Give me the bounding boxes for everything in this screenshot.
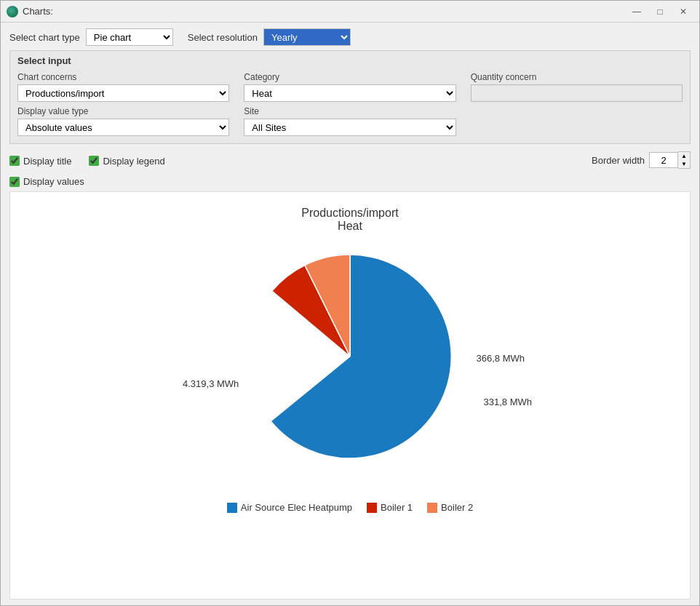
quantity-concern-input: QuantityMWh xyxy=(471,84,683,102)
title-bar: Charts: — □ ✕ xyxy=(1,1,699,23)
display-value-type-select[interactable]: Absolute values Relative values xyxy=(17,119,229,136)
display-title-item: Display title xyxy=(9,156,71,167)
chart-title-line2: Heat xyxy=(301,220,398,233)
display-legend-checkbox[interactable] xyxy=(89,156,99,166)
site-label: Site xyxy=(244,106,456,116)
display-values-checkbox[interactable] xyxy=(9,177,20,187)
chart-title: Productions/import Heat xyxy=(301,207,398,233)
display-title-label: Display title xyxy=(23,156,71,167)
chart-area: Productions/import Heat 4.319,3 MWh 366,… xyxy=(9,191,691,599)
border-width-row: Border width 2 ▲ ▼ xyxy=(592,151,691,169)
category-group: Category Heat Electricity Gas xyxy=(244,72,456,102)
legend-item-boiler2: Boiler 2 xyxy=(427,502,473,513)
maximize-button[interactable]: □ xyxy=(650,4,670,20)
app-icon xyxy=(7,6,18,17)
chart-type-select[interactable]: Pie chart Bar chart Line chart xyxy=(86,28,173,46)
pie-wrapper: 4.319,3 MWh 366,8 MWh 331,8 MWh xyxy=(168,240,532,487)
value-label-heatpump: 4.319,3 MWh xyxy=(183,378,239,389)
legend-item-heatpump: Air Source Elec Heatpump xyxy=(227,502,352,513)
border-width-input[interactable]: 2 xyxy=(649,152,678,168)
chart-title-line1: Productions/import xyxy=(301,207,398,220)
border-width-spinner: 2 ▲ ▼ xyxy=(649,151,691,169)
legend-swatch-boiler1 xyxy=(367,503,377,513)
chart-type-row: Select chart type Pie chart Bar chart Li… xyxy=(9,28,173,46)
value-label-boiler1: 331,8 MWh xyxy=(484,396,532,407)
close-button[interactable]: ✕ xyxy=(673,4,693,20)
display-values-row: Display values xyxy=(9,176,691,187)
content-area: Select chart type Pie chart Bar chart Li… xyxy=(1,23,699,605)
legend-label-heatpump: Air Source Elec Heatpump xyxy=(241,502,352,513)
display-value-type-group: Display value type Absolute values Relat… xyxy=(17,106,229,136)
legend-label-boiler1: Boiler 1 xyxy=(381,502,413,513)
border-width-label: Border width xyxy=(592,155,645,166)
top-controls: Select chart type Pie chart Bar chart Li… xyxy=(9,28,691,46)
spinner-down-button[interactable]: ▼ xyxy=(678,160,690,168)
category-select[interactable]: Heat Electricity Gas xyxy=(244,84,456,102)
resolution-label: Select resolution xyxy=(188,32,258,43)
chart-legend: Air Source Elec Heatpump Boiler 1 Boiler… xyxy=(227,502,473,513)
chart-type-label: Select chart type xyxy=(9,32,80,43)
display-legend-item: Display legend xyxy=(89,156,164,167)
legend-swatch-heatpump xyxy=(227,503,237,513)
select-input-title: Select input xyxy=(17,55,683,66)
chart-concerns-select[interactable]: Productions/import Consumption Import Ex… xyxy=(17,84,229,102)
legend-item-boiler1: Boiler 1 xyxy=(367,502,413,513)
window-controls: — □ ✕ xyxy=(627,4,693,20)
quantity-concern-label: Quantity concern xyxy=(471,72,683,82)
window-title: Charts: xyxy=(23,6,627,17)
pie-chart-svg xyxy=(204,240,496,473)
display-values-label: Display values xyxy=(23,176,84,187)
site-group: Site All Sites Site 1 Site 2 xyxy=(244,106,456,136)
legend-swatch-boiler2 xyxy=(427,503,437,513)
resolution-row: Select resolution Yearly Monthly Daily H… xyxy=(188,28,351,46)
legend-label-boiler2: Boiler 2 xyxy=(441,502,473,513)
category-label: Category xyxy=(244,72,456,82)
spinner-buttons: ▲ ▼ xyxy=(678,151,691,169)
chart-concerns-label: Chart concerns xyxy=(17,72,229,82)
quantity-concern-group: Quantity concern QuantityMWh xyxy=(471,72,683,102)
resolution-select[interactable]: Yearly Monthly Daily Hourly xyxy=(263,28,351,46)
display-title-checkbox[interactable] xyxy=(9,156,20,166)
site-select[interactable]: All Sites Site 1 Site 2 xyxy=(244,119,456,136)
spinner-up-button[interactable]: ▲ xyxy=(678,152,690,160)
display-values-item: Display values xyxy=(9,176,84,187)
display-value-type-label: Display value type xyxy=(17,106,229,116)
checkboxes-row: Display title Display legend xyxy=(9,156,165,167)
chart-concerns-group: Chart concerns Productions/import Consum… xyxy=(17,72,229,102)
select-input-section: Select input Chart concerns Productions/… xyxy=(9,50,691,144)
display-legend-label: Display legend xyxy=(103,156,164,167)
input-grid: Chart concerns Productions/import Consum… xyxy=(17,72,683,136)
minimize-button[interactable]: — xyxy=(627,4,647,20)
main-window: Charts: — □ ✕ Select chart type Pie char… xyxy=(0,0,700,606)
value-label-boiler2: 366,8 MWh xyxy=(477,353,525,364)
